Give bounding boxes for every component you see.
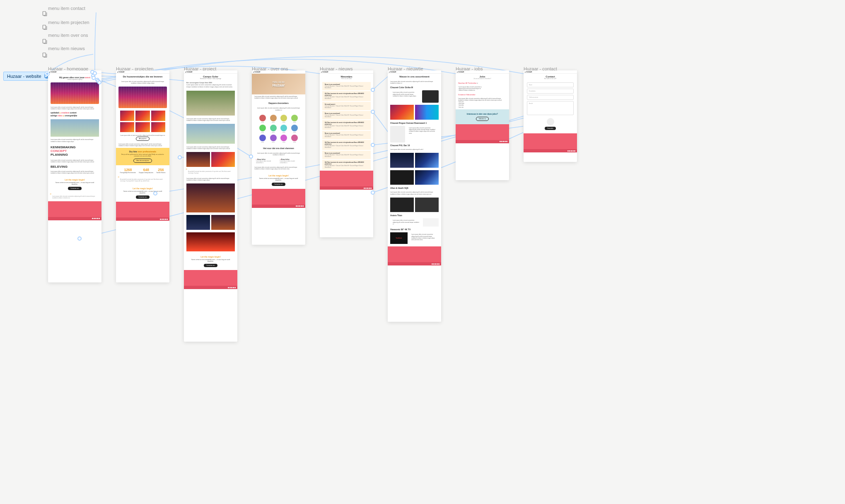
site-header [184, 70, 237, 74]
apply-button[interactable]: Solliciteer nu [476, 117, 489, 121]
card-project[interactable]: Campo Solar Evenement • festival • video… [184, 70, 237, 342]
connection-node[interactable] [77, 236, 82, 241]
connection-node[interactable] [371, 143, 375, 147]
project-thumb[interactable] [135, 111, 150, 121]
footer-social [48, 217, 101, 220]
cta-button[interactable]: Contacteer ons [68, 187, 81, 190]
project-thumb[interactable] [135, 122, 150, 133]
footer-social [116, 217, 169, 221]
site-footer [524, 133, 577, 149]
menu-item-icon[interactable] [42, 39, 48, 44]
project-thumb[interactable] [120, 111, 134, 121]
team-member[interactable]: Name [290, 125, 299, 133]
menu-item-label: menu item contact [48, 6, 85, 11]
cta-button[interactable]: Contacteer ons [136, 195, 149, 199]
connection-node[interactable] [45, 72, 49, 76]
more-projects-button[interactable]: Alle projecten [136, 137, 149, 141]
news-item[interactable]: Nieuw in ons assortiment!Chauvet Maveric… [322, 131, 371, 139]
card-nieuws[interactable]: Nieuwtjes Heet van de naald Nieuw in ons… [320, 70, 373, 237]
site-header [116, 70, 169, 74]
svg-rect-1 [43, 12, 46, 15]
team-member[interactable]: Name [258, 115, 267, 123]
feature-image [51, 119, 99, 137]
card-homepage[interactable]: Wij geven alles voor jouw eventcreative … [48, 70, 101, 282]
news-item[interactable]: SLV Rent investeert als eerste in de glo… [322, 140, 371, 150]
connection-node[interactable] [371, 191, 375, 195]
footer-social [388, 262, 441, 265]
menu-item-label: menu item nieuws [48, 46, 85, 51]
form-field[interactable]: Telefoonnummer [527, 95, 574, 100]
team-member[interactable]: Name [280, 115, 288, 123]
site-footer [116, 202, 169, 217]
flow-connection [95, 12, 96, 73]
cta-box: Let the magic begin!Samen creëren we een… [48, 176, 101, 193]
footer-social [456, 140, 509, 143]
connection-node[interactable] [178, 155, 182, 159]
team-member[interactable]: Name [269, 115, 278, 123]
news-item[interactable]: SLV Rent investeert als eerste in de glo… [322, 120, 371, 130]
menu-item-icon[interactable] [42, 52, 48, 58]
site-footer [48, 201, 101, 217]
project-thumb[interactable] [151, 122, 165, 133]
submit-button[interactable]: Verzenden [545, 127, 555, 130]
connection-node[interactable] [371, 88, 375, 92]
dry-hire-band: Dry hire voor professionalsBen je zelf e… [116, 148, 169, 165]
menu-item-label: menu item projecten [48, 20, 89, 25]
team-member[interactable]: Name [280, 125, 288, 133]
menu-item-icon[interactable] [42, 24, 48, 30]
connection-node[interactable] [249, 154, 253, 159]
connection-node[interactable] [153, 191, 157, 195]
product-image [422, 90, 439, 103]
team-member[interactable]: Name [290, 115, 299, 123]
news-item[interactable]: Nieuw in ons assortiment!Chauvet Maveric… [322, 111, 371, 119]
svg-rect-4 [43, 53, 46, 57]
dry-hire-button[interactable]: Meer info over dry hire [133, 159, 152, 163]
news-item[interactable]: Nieuw in ons assortiment!Chauvet Maveric… [322, 151, 371, 159]
card-overons[interactable]: Hallo, wij zijnHuzaar Lorem ipsum dolor … [252, 70, 305, 245]
card-projecten[interactable]: De huzarenstukjes die we leveren Lorem i… [116, 70, 169, 282]
news-item[interactable]: SLV Rent investeert als eerste in de glo… [322, 160, 371, 170]
news-item[interactable]: SLV Rent investeert als eerste in de glo… [322, 91, 371, 101]
project-thumb[interactable] [151, 111, 165, 121]
team-member[interactable]: Name [258, 125, 267, 133]
team-member[interactable]: Name [290, 135, 299, 143]
cta-button[interactable]: Contacteer ons [272, 183, 285, 186]
cta-button[interactable]: Contacteer ons [204, 264, 217, 267]
team-member[interactable]: Name [258, 135, 267, 143]
site-header [456, 70, 509, 74]
site-footer [252, 189, 305, 205]
flow-connection [373, 77, 388, 90]
card-jobs[interactable]: Jobs Zin om ons team te versterken? Have… [456, 70, 509, 180]
site-footer [388, 246, 441, 262]
card-contact[interactable]: Contact Een koffie of een call? NaamE-ma… [524, 70, 577, 162]
form-field[interactable]: Bericht [527, 101, 574, 115]
news-item[interactable]: Nieuw in ons assortiment!Chauvet Maveric… [322, 82, 371, 90]
connection-node[interactable] [93, 71, 97, 75]
footer-social [252, 205, 305, 208]
card-nieuwtje[interactable]: Nieuw in ons assortiment Lorem ipsum dol… [388, 70, 441, 322]
team-member[interactable]: Name [269, 125, 278, 133]
form-field[interactable]: E-mailadres [527, 89, 574, 94]
project-image-2 [186, 124, 235, 144]
project-image-3 [186, 183, 235, 212]
menu-item-icon[interactable] [42, 11, 48, 17]
footer-social [524, 149, 577, 152]
team-member[interactable]: Name [269, 135, 278, 143]
site-footer [320, 171, 373, 186]
site-header [320, 70, 373, 74]
hero-image [51, 82, 99, 104]
project-thumb[interactable] [120, 122, 134, 133]
svg-rect-2 [43, 25, 46, 29]
connection-node[interactable] [371, 110, 375, 114]
team-member[interactable]: Name [280, 135, 288, 143]
about-hero: Hallo, wij zijnHuzaar [252, 74, 305, 94]
footer-social [184, 286, 237, 289]
hero-image [118, 87, 167, 108]
connection-node[interactable] [97, 80, 101, 84]
captcha-icon [547, 118, 554, 125]
site-footer [456, 124, 509, 140]
svg-rect-3 [43, 39, 46, 43]
news-item[interactable]: Het wordt warm ❤Chauvet Maverick • Chauv… [322, 102, 371, 110]
site-footer [184, 270, 237, 286]
form-field[interactable]: Naam [527, 82, 574, 87]
